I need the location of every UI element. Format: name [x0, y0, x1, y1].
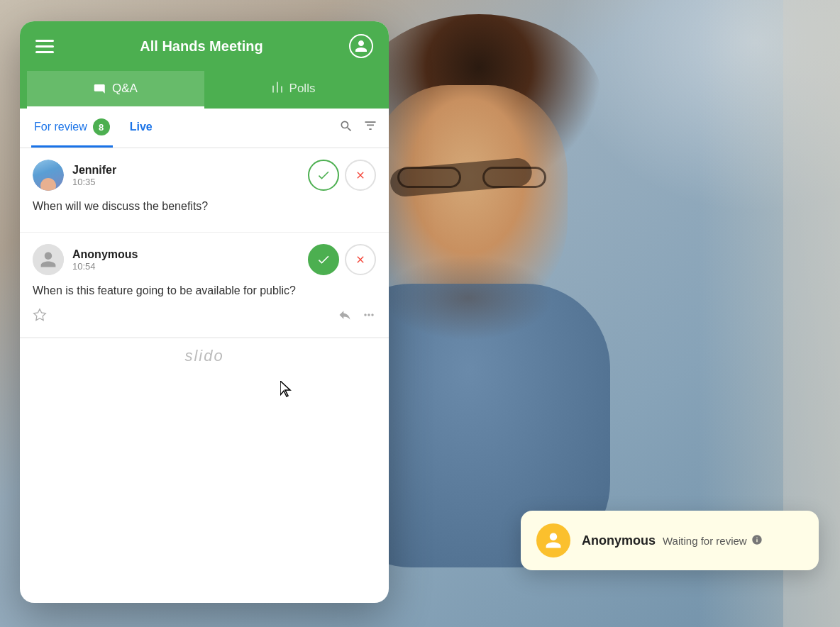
tab-qa[interactable]: Q&A [27, 71, 204, 109]
sub-tabs-actions [339, 119, 377, 137]
star-button[interactable] [33, 308, 47, 326]
x-icon [355, 170, 366, 181]
more-icon [362, 308, 376, 322]
filter-icon [363, 119, 377, 133]
question-header-jennifer: Jennifer 10:35 [33, 160, 376, 191]
app-branding: slido [20, 338, 389, 374]
search-icon [339, 119, 353, 133]
slido-logo: slido [28, 347, 380, 365]
app-container: All Hands Meeting Q&A Polls [20, 21, 389, 603]
user-info-jennifer: Jennifer 10:35 [72, 164, 308, 187]
notification-content: Anonymous Waiting for review [582, 533, 803, 548]
approve-jennifer-button[interactable] [308, 160, 339, 191]
filter-button[interactable] [363, 119, 377, 137]
main-tabs: Q&A Polls [20, 71, 389, 109]
search-button[interactable] [339, 119, 353, 137]
bar-chart-icon [271, 81, 284, 94]
sub-tabs-row: For review 8 Live [20, 109, 389, 148]
question-header-anonymous: Anonymous 10:54 [33, 244, 376, 275]
jennifer-name: Jennifer [72, 164, 308, 177]
reply-icon [338, 308, 352, 322]
tab-polls[interactable]: Polls [204, 71, 382, 109]
brand-s: s [184, 347, 194, 365]
notification-user-icon [544, 531, 563, 550]
questions-list: Jennifer 10:35 When will [20, 148, 389, 338]
live-label: Live [130, 121, 153, 133]
jennifer-question-text: When will we discuss the benefits? [33, 198, 376, 215]
jennifer-time: 10:35 [72, 177, 308, 187]
qa-icon [94, 81, 106, 96]
question-card-jennifer: Jennifer 10:35 When will [20, 148, 389, 233]
chat-icon [94, 81, 106, 94]
reply-button[interactable] [338, 308, 352, 326]
qa-tab-label: Q&A [112, 82, 138, 96]
more-options-button[interactable] [362, 308, 376, 326]
user-profile-button[interactable] [349, 34, 373, 58]
question-card-anonymous: Anonymous 10:54 When is [20, 233, 389, 338]
check-icon [316, 168, 331, 182]
reject-anonymous-button[interactable] [345, 244, 376, 275]
brand-text: slido [184, 347, 223, 365]
check-active-icon [316, 253, 331, 267]
polls-tab-label: Polls [289, 82, 316, 96]
meeting-title: All Hands Meeting [140, 38, 262, 55]
avatar-anonymous [33, 244, 64, 275]
anonymous-name: Anonymous [72, 248, 308, 261]
jennifer-action-buttons [308, 160, 376, 191]
x-reject-icon [355, 254, 366, 265]
footer-left [33, 308, 47, 326]
reject-jennifer-button[interactable] [345, 160, 376, 191]
info-icon[interactable] [751, 534, 763, 548]
menu-button[interactable] [35, 40, 54, 53]
anonymous-time: 10:54 [72, 261, 308, 272]
for-review-label: For review [34, 121, 87, 133]
question-footer [33, 305, 376, 326]
anonymous-question-text: When is this feature going to be availab… [33, 282, 376, 299]
user-info-anonymous: Anonymous 10:54 [72, 248, 308, 272]
sub-tab-for-review[interactable]: For review 8 [31, 109, 113, 148]
notification-popup: Anonymous Waiting for review [521, 511, 819, 570]
anonymous-avatar-icon [39, 250, 57, 269]
footer-right [338, 308, 376, 326]
star-icon [33, 308, 47, 322]
app-header: All Hands Meeting [20, 21, 389, 71]
polls-icon [271, 81, 284, 96]
notification-avatar [536, 523, 570, 557]
user-icon [354, 39, 368, 53]
notification-author: Anonymous [582, 533, 656, 548]
anonymous-action-buttons [308, 244, 376, 275]
avatar-jennifer [33, 160, 64, 191]
approve-anonymous-button[interactable] [308, 244, 339, 275]
for-review-badge: 8 [93, 118, 110, 135]
sub-tab-live[interactable]: Live [127, 111, 155, 145]
notification-status: Waiting for review [663, 535, 747, 547]
info-circle-icon [751, 534, 763, 545]
